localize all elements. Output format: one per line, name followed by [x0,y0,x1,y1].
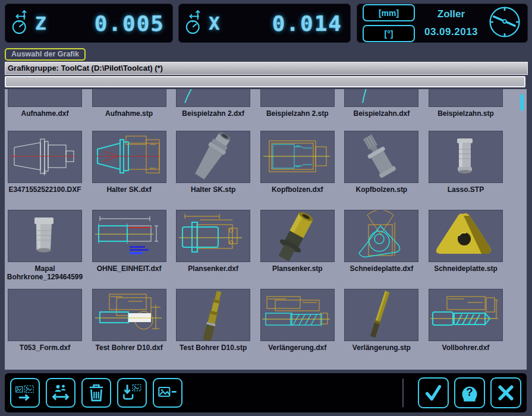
grid-item-label: Verlängerung.stp [352,343,411,352]
grid-item: Plansenker.dxf [176,210,250,281]
grid-row: E3471552522100.DXFHalter SK.dxfHalter SK… [5,131,513,194]
import-graphic-button[interactable] [117,378,147,408]
grid-item-tile[interactable] [260,210,335,262]
transfer-graphic-button[interactable] [46,378,75,408]
grid-item-tile[interactable] [260,89,335,107]
clock-icon [487,5,522,42]
grid-item-tile[interactable] [92,289,166,341]
thumbnail-graphic [93,289,166,341]
grid-item: Verlängerung.stp [344,289,418,352]
checkmark-icon [423,383,443,403]
svg-text:?: ? [466,386,473,398]
thumbnail-graphic [8,131,81,182]
thumbnail-graphic [177,89,250,106]
axis-x-panel: X 0.014 [178,4,351,43]
grid-item-tile[interactable] [176,210,250,262]
grid-item: Beispielzahn 2.stp [260,89,335,118]
dial-gauge-x-icon [184,8,207,38]
tab-auswahl-der-grafik: Auswahl der Grafik [5,48,86,61]
image-minus-icon [158,385,178,401]
thumbnail-graphic [345,210,418,261]
grid-item-tile[interactable] [344,131,418,183]
grid-item-label: T053_Form.dxf [20,343,70,352]
graphic-group-header: Grafikgruppe: ToolCat (D:\Pilot\Toolcat)… [5,62,528,75]
axis-x-label: X [209,12,220,34]
help-icon: ? [459,382,480,404]
import-image-icon [122,383,142,402]
grid-item-label: Halter SK.stp [191,185,235,194]
grid-item-tile[interactable] [429,89,503,107]
thumbnail-graphic [345,131,418,182]
grid-item-tile[interactable] [429,289,503,341]
grid-item: Schneideplatte.dxf [344,210,418,281]
thumbnail-graphic [177,131,250,182]
dial-gauge-z-icon [11,8,33,38]
grid-item-tile[interactable] [8,89,82,107]
grid-item: Kopfbolzen.dxf [260,131,335,194]
unit-mm-button[interactable]: [mm] [363,4,415,21]
grid-item-tile[interactable] [8,131,82,183]
grid-item-label: Mapal Bohrkrone_129464599 [7,264,83,281]
grid-item: Halter SK.stp [176,131,250,194]
grid-item-label: Vollbohrer.dxf [442,343,490,352]
grid-item-tile[interactable] [429,131,503,183]
scrollbar-thumb[interactable] [520,94,524,111]
cancel-button[interactable] [490,377,521,408]
delete-graphic-button[interactable] [81,378,111,408]
thumbnail-graphic [429,289,502,341]
grid-item-label: OHNE_EINHEIT.dxf [97,264,162,273]
grid-item-label: Verlängerung.dxf [268,343,326,352]
grid-item-label: Aufnahme.dxf [21,109,68,118]
grid-item-label: Kopfbolzen.dxf [272,185,323,194]
brand-label: Zoller [418,8,484,20]
grid-item-tile[interactable] [260,131,335,183]
grid-item-label: Test Bohrer D10.stp [180,343,247,352]
grid-item-tile[interactable] [260,289,335,341]
grid-item-label: Beispielzahn 2.stp [266,109,329,118]
grid-item-tile[interactable] [176,131,250,183]
grid-item-tile[interactable] [92,89,166,107]
grid-item-label: Lasso.STP [448,185,484,194]
grid-item-label: Kopfbolzen.stp [356,185,408,194]
remove-graphic-button[interactable] [153,378,182,408]
thumbnail-graphic [429,89,502,106]
grid-item: E3471552522100.DXF [8,131,82,194]
grid-item-tile[interactable] [176,289,250,341]
unit-deg-button[interactable]: [°] [363,25,415,42]
grid-item-tile[interactable] [92,131,166,183]
grid-row: T053_Form.dxfTest Bohrer D10.dxfTest Boh… [5,289,513,352]
confirm-button[interactable] [418,377,449,408]
people-transfer-icon [51,384,71,402]
grid-item-tile[interactable] [92,210,166,262]
thumbnail-graphic [93,89,166,106]
bottom-toolbar: ? [5,373,527,412]
grid-item: Beispielzahn.dxf [344,89,418,118]
grid-item-tile[interactable] [344,89,418,107]
thumbnail-graphic [8,89,81,106]
copy-image-icon [15,384,35,402]
thumbnail-graphic [429,131,502,182]
grid-item: Beispielzahn 2.dxf [176,89,250,118]
thumbnail-graphic [93,131,166,182]
grid-item-tile[interactable] [344,289,418,341]
copy-graphic-button[interactable] [10,378,40,408]
grid-item-tile[interactable] [344,210,418,262]
grid-item: Lasso.STP [429,131,503,194]
grid-item-tile[interactable] [176,89,250,107]
axis-z-label: Z [35,12,46,34]
grid-item-tile[interactable] [429,210,503,262]
help-button[interactable]: ? [454,377,485,408]
thumbnail-graphic [345,289,418,341]
grid-item-label: Schneideplatte.stp [434,264,498,273]
grid-item: T053_Form.dxf [8,289,82,352]
thumbnail-graphic [93,210,166,261]
grid-item: Aufnahme.dxf [8,89,82,118]
grid-item-label: Beispielzahn.dxf [354,109,410,118]
date-label: 03.09.2013 [418,26,484,38]
grid-row: Aufnahme.dxfAufnahme.stpBeispielzahn 2.d… [5,89,513,118]
grid-item-label: Halter SK.dxf [106,185,151,194]
grid-item-tile[interactable] [8,210,82,262]
grid-item-tile[interactable] [8,289,82,341]
grid-item-label: Beispielzahn 2.dxf [182,109,244,118]
grid-item: Test Bohrer D10.dxf [92,289,166,352]
